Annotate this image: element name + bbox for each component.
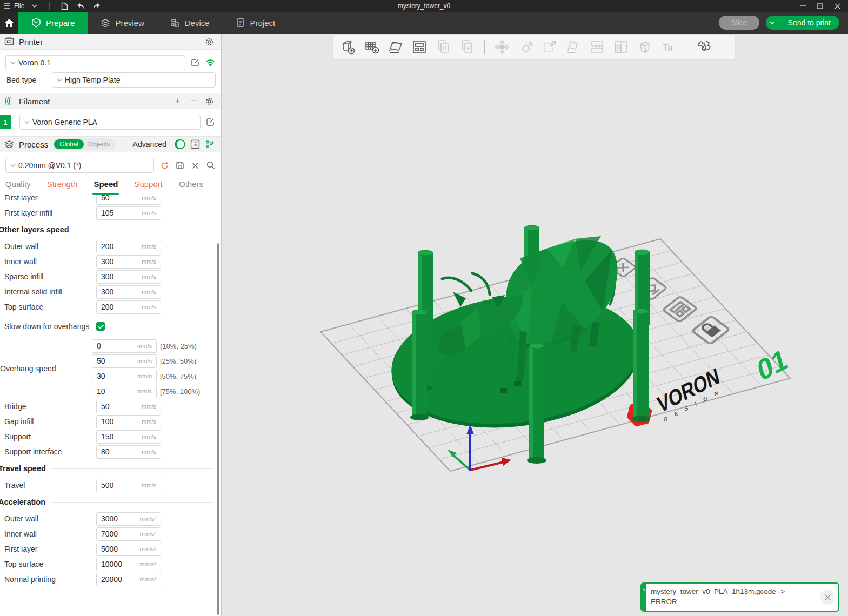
- sidebar-scrollbar[interactable]: [217, 243, 219, 615]
- slice-button-label: Slice: [731, 18, 747, 27]
- scale-icon: [541, 38, 558, 56]
- value-input[interactable]: 5000mm/s²: [96, 543, 161, 556]
- minimize-button[interactable]: [795, 1, 810, 11]
- value-input[interactable]: 100mm/s: [96, 415, 161, 428]
- value-text: 100: [101, 417, 113, 426]
- scope-global-button[interactable]: Global: [54, 139, 84, 149]
- value-input[interactable]: 10mm/s: [92, 385, 157, 398]
- range-note: [50%, 75%): [160, 372, 196, 380]
- split-to-objects-button[interactable]: [586, 36, 608, 58]
- plate-settings-icon[interactable]: [663, 296, 697, 322]
- toast-close-button[interactable]: [817, 584, 838, 611]
- printer-connection-button[interactable]: [205, 57, 216, 68]
- value-input[interactable]: 80mm/s: [96, 445, 161, 459]
- value-input[interactable]: 300mm/s: [96, 255, 161, 269]
- setting-row: Support150mm/s: [0, 429, 221, 444]
- value-input[interactable]: 20000mm/s²: [96, 573, 161, 586]
- search-settings-button[interactable]: [205, 160, 216, 171]
- tab-strength[interactable]: Strength: [47, 179, 78, 195]
- value-input[interactable]: 300mm/s: [96, 285, 161, 299]
- printer-settings-button[interactable]: [204, 36, 215, 47]
- mesh-boolean-button[interactable]: [634, 36, 656, 58]
- file-menu-chevron[interactable]: [29, 1, 41, 11]
- unit-label: mm/s: [142, 304, 156, 310]
- scale-button[interactable]: [539, 36, 560, 58]
- split-to-parts-button[interactable]: [610, 36, 632, 58]
- maximize-button[interactable]: [812, 1, 827, 11]
- value-input[interactable]: 300mm/s: [96, 270, 161, 284]
- tab-project[interactable]: Project: [223, 12, 289, 34]
- tab-speed[interactable]: Speed: [94, 179, 118, 195]
- text-shape-button[interactable]: Ta: [658, 36, 679, 58]
- unit-label: mm/s²: [139, 531, 156, 537]
- value-input[interactable]: 30mm/s: [92, 370, 157, 383]
- value-input[interactable]: 0mm/s: [92, 339, 157, 353]
- new-project-button[interactable]: [58, 1, 70, 11]
- checkbox-checked[interactable]: [96, 322, 105, 331]
- edit-filament-button[interactable]: [205, 117, 216, 128]
- value-input[interactable]: 50mm/s: [96, 400, 161, 413]
- lay-on-face-button[interactable]: [563, 36, 584, 58]
- filament-settings-button[interactable]: [204, 96, 215, 106]
- paste-button[interactable]: P: [456, 36, 478, 58]
- value-input[interactable]: 10000mm/s²: [96, 558, 161, 571]
- value-input[interactable]: 200mm/s: [96, 300, 161, 314]
- undo-button[interactable]: [75, 1, 86, 11]
- parameter-table-button[interactable]: [205, 139, 215, 150]
- file-menu-button[interactable]: File: [3, 2, 24, 10]
- tab-preview[interactable]: Preview: [88, 12, 157, 34]
- tab-others[interactable]: Others: [179, 179, 203, 195]
- value-input[interactable]: 3000mm/s²: [96, 512, 161, 526]
- add-plate-button[interactable]: [361, 36, 383, 58]
- unit-label: mm/s: [142, 195, 156, 201]
- rotate-button[interactable]: [515, 36, 537, 58]
- redo-button[interactable]: [91, 1, 103, 11]
- setting-row: Bridge50mm/s: [0, 399, 221, 414]
- bed-type-select[interactable]: High Temp Plate: [52, 72, 216, 88]
- setting-row: First layer infill105mm/s: [0, 205, 221, 220]
- copy-button[interactable]: 0: [432, 36, 454, 58]
- save-profile-button[interactable]: [175, 160, 185, 171]
- tab-support[interactable]: Support: [134, 179, 163, 195]
- setting-row: 30mm/s[50%, 75%): [92, 369, 200, 384]
- delete-profile-button[interactable]: [190, 160, 201, 171]
- parameter-list-button[interactable]: [190, 139, 200, 150]
- value-input[interactable]: 50mm/s: [92, 354, 157, 368]
- send-options-button[interactable]: [766, 16, 779, 30]
- home-button[interactable]: [0, 12, 18, 34]
- viewport-3d[interactable]: VORON D E S I G N 01: [222, 34, 848, 616]
- toast-status: ERROR: [651, 597, 812, 607]
- value-input[interactable]: 105mm/s: [96, 206, 161, 220]
- add-filament-button[interactable]: +: [172, 96, 183, 106]
- auto-orient-button[interactable]: AUTO: [385, 36, 406, 58]
- scope-objects-button[interactable]: Objects: [84, 139, 115, 149]
- printer-select[interactable]: Voron 0.1: [5, 55, 185, 70]
- move-button[interactable]: [491, 36, 513, 58]
- viewport-3d-scene[interactable]: VORON D E S I G N 01: [222, 34, 848, 616]
- slice-button[interactable]: Slice: [719, 16, 759, 30]
- lock-plate-icon[interactable]: [692, 316, 729, 345]
- settings-scroll-area[interactable]: First layer50mm/sFirst layer infill105mm…: [0, 195, 221, 599]
- value-input[interactable]: 50mm/s: [96, 195, 161, 205]
- remove-filament-button[interactable]: −: [188, 96, 199, 106]
- filament-select[interactable]: Voron Generic PLA: [19, 115, 201, 130]
- value-text: 0: [97, 342, 101, 350]
- tab-quality[interactable]: Quality: [5, 179, 31, 195]
- edit-printer-button[interactable]: [190, 57, 201, 68]
- tab-device[interactable]: Device: [157, 12, 223, 34]
- advanced-toggle[interactable]: [175, 139, 185, 149]
- close-button[interactable]: [830, 1, 845, 11]
- process-profile-select[interactable]: 0.20mm @V0.1 (*): [5, 158, 154, 173]
- chevron-down-icon: [24, 120, 30, 124]
- add-model-button[interactable]: [337, 36, 359, 58]
- tab-prepare[interactable]: Prepare: [18, 12, 88, 34]
- value-input[interactable]: 200mm/s: [96, 240, 161, 253]
- value-input[interactable]: 7000mm/s²: [96, 527, 161, 541]
- send-to-print-button[interactable]: Send to print: [779, 16, 839, 30]
- value-input[interactable]: 500mm/s: [96, 479, 161, 492]
- assembly-view-button[interactable]: [693, 36, 715, 58]
- gear-icon: [205, 97, 214, 106]
- reset-profile-button[interactable]: [159, 160, 170, 171]
- value-input[interactable]: 150mm/s: [96, 430, 161, 444]
- arrange-button[interactable]: [409, 36, 430, 58]
